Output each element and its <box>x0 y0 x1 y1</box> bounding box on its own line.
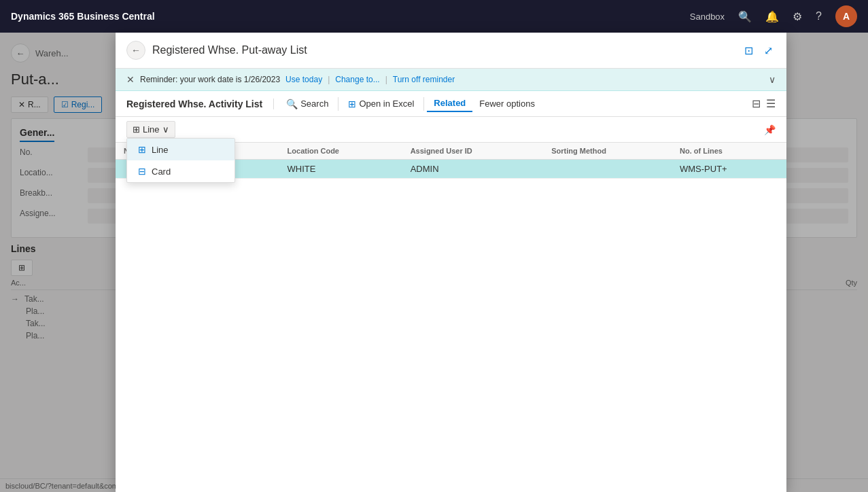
modal-back-button[interactable]: ← <box>126 41 145 60</box>
reminder-sep-2: | <box>385 75 387 84</box>
settings-icon[interactable]: ⚙ <box>793 10 802 23</box>
toolbar-separator-1 <box>338 97 338 111</box>
cell-sorting <box>543 160 672 179</box>
sandbox-label: Sandbox <box>690 12 725 22</box>
topbar-right: Sandbox 🔍 🔔 ⚙ ? A <box>690 5 857 27</box>
search-icon[interactable]: 🔍 <box>738 10 752 23</box>
col-header-sorting: Sorting Method <box>543 143 672 160</box>
line-view-icon: ⊞ <box>138 144 146 155</box>
reminder-sep-1: | <box>328 75 330 84</box>
reminder-use-today[interactable]: Use today <box>285 75 322 84</box>
reminder-text: Reminder: your work date is 1/26/2023 <box>140 75 280 84</box>
toolbar-separator-2 <box>423 97 424 111</box>
modal-open-icon[interactable]: ⊡ <box>742 41 756 60</box>
chevron-down-icon: ∨ <box>162 124 169 135</box>
view-option-line[interactable]: ⊞ Line <box>127 139 235 160</box>
view-option-card[interactable]: ⊟ Card <box>127 160 235 182</box>
reminder-change-to[interactable]: Change to... <box>335 75 379 84</box>
filter-icon[interactable]: ⊟ <box>752 97 761 110</box>
toolbar-right: ⊟ ☰ <box>752 97 776 110</box>
view-row: ⊞ Line ∨ ⊞ Line ⊟ Card 📌 <box>116 117 786 143</box>
modal-header: ← Registered Whse. Put-away List ⊡ ⤢ <box>116 33 786 69</box>
search-label: Search <box>300 99 328 109</box>
cell-location: WHITE <box>279 160 402 179</box>
modal-header-right: ⊡ ⤢ <box>742 41 776 60</box>
view-option-card-label: Card <box>152 166 171 177</box>
topbar-left: Dynamics 365 Business Central <box>11 11 155 22</box>
view-current: Line <box>143 124 160 135</box>
toolbar-section-title: Registered Whse. Activity List <box>126 99 274 109</box>
fewer-options-button[interactable]: Fewer options <box>472 96 542 111</box>
modal-expand-icon[interactable]: ⤢ <box>761 41 776 60</box>
reminder-close-button[interactable]: ✕ <box>126 74 135 85</box>
reminder-turn-off[interactable]: Turn off reminder <box>393 75 455 84</box>
view-dropdown[interactable]: ⊞ Line ∨ <box>126 121 175 138</box>
reminder-expand-icon[interactable]: ∨ <box>769 74 776 85</box>
reminder-banner: ✕ Reminder: your work date is 1/26/2023 … <box>116 69 786 91</box>
cell-no-lines: WMS-PUT+ <box>672 160 786 179</box>
col-header-assigned: Assigned User ID <box>402 143 544 160</box>
modal: ← Registered Whse. Put-away List ⊡ ⤢ ✕ R… <box>116 33 786 492</box>
help-icon[interactable]: ? <box>816 10 822 22</box>
view-dropdown-menu: ⊞ Line ⊟ Card <box>126 138 235 183</box>
pin-icon[interactable]: 📌 <box>764 124 776 135</box>
col-header-no-lines: No. of Lines <box>672 143 786 160</box>
avatar[interactable]: A <box>835 5 857 27</box>
modal-header-left: ← Registered Whse. Put-away List <box>126 41 307 60</box>
app-brand: Dynamics 365 Business Central <box>11 11 155 22</box>
excel-icon: ⊞ <box>348 99 356 109</box>
grid-icon: ⊞ <box>133 124 140 135</box>
excel-label: Open in Excel <box>359 99 414 109</box>
modal-title: Registered Whse. Put-away List <box>152 44 307 56</box>
col-header-location: Location Code <box>279 143 402 160</box>
modal-table-area: No. Activity Type Location Code Assigned… <box>116 143 786 492</box>
view-dropdown-container: ⊞ Line ∨ ⊞ Line ⊟ Card <box>126 121 175 138</box>
modal-toolbar: Registered Whse. Activity List 🔍 Search … <box>116 91 786 117</box>
list-icon[interactable]: ☰ <box>766 97 776 110</box>
card-view-icon: ⊟ <box>138 166 146 177</box>
excel-button[interactable]: ⊞ Open in Excel <box>341 96 421 112</box>
cell-assigned: ADMIN <box>402 160 544 179</box>
topbar: Dynamics 365 Business Central Sandbox 🔍 … <box>0 0 868 33</box>
search-button[interactable]: 🔍 Search <box>279 96 335 112</box>
notification-icon[interactable]: 🔔 <box>765 10 779 23</box>
related-button[interactable]: Related <box>427 95 472 112</box>
search-icon: 🔍 <box>286 99 298 109</box>
view-option-line-label: Line <box>152 145 169 155</box>
